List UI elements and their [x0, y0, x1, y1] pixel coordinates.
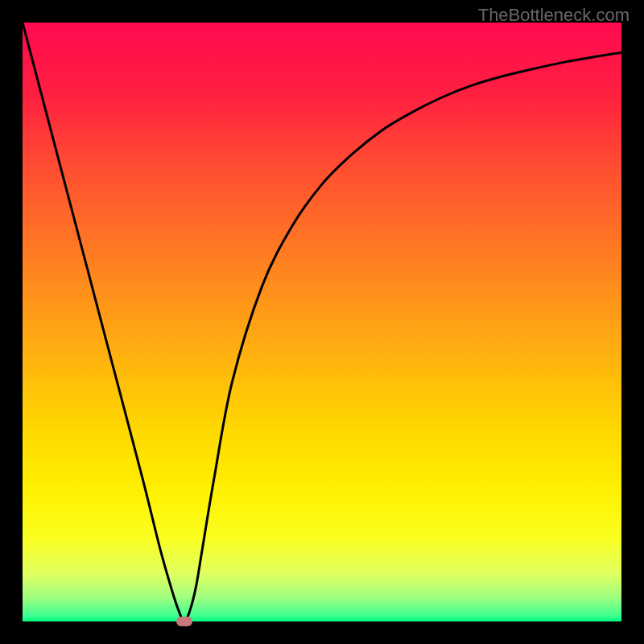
- bottleneck-curve: [23, 23, 621, 621]
- chart-container: [23, 23, 621, 621]
- optimal-marker: [176, 617, 192, 626]
- watermark-text: TheBottleneck.com: [478, 5, 630, 26]
